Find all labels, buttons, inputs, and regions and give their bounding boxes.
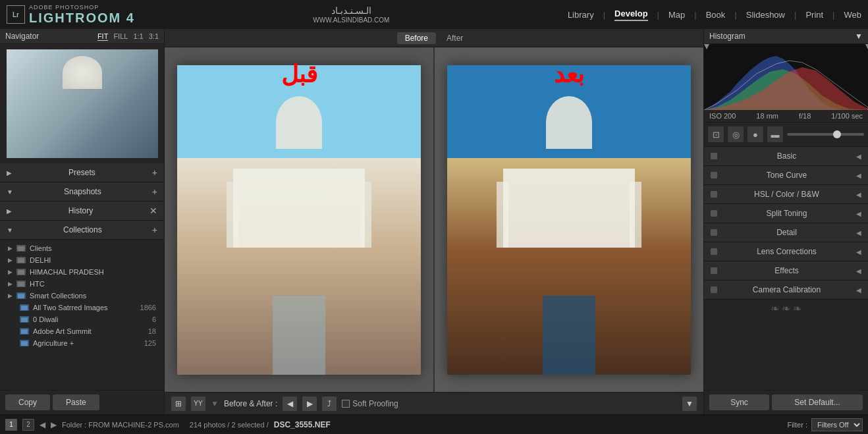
left-bottom: Copy Paste (0, 390, 164, 414)
yy-btn[interactable]: YY (191, 396, 205, 411)
lens-header[interactable]: Lens Corrections ◀ (704, 242, 868, 261)
nav-print[interactable]: Print (805, 10, 823, 20)
camera-cal-header[interactable]: Camera Calibration ◀ (704, 281, 868, 299)
exposure-slider[interactable] (787, 133, 864, 136)
section-dot (711, 191, 717, 198)
tone-curve-header[interactable]: Tone Curve ◀ (704, 166, 868, 184)
folder-icon (16, 257, 26, 263)
filter-select[interactable]: Filters Off (811, 418, 863, 431)
coll-label: Clients (30, 244, 156, 252)
page-1-btn[interactable]: 1 (5, 419, 17, 431)
copy-settings-btn[interactable]: ⤴ (322, 396, 337, 411)
top-center: الـسـنـدبـاد WWW.ALSINDIBAD.COM (135, 5, 568, 24)
smart-item-icon (20, 304, 29, 311)
nav-develop[interactable]: Develop (614, 9, 648, 21)
list-item[interactable]: ▶ DELHI (0, 254, 164, 266)
list-item[interactable]: ▶ Clients (0, 242, 164, 254)
soft-proof-checkbox[interactable] (342, 400, 350, 408)
basic-header[interactable]: Basic ◀ (704, 147, 868, 165)
section-detail: Detail ◀ (704, 223, 868, 242)
list-item[interactable]: All Two Satrred Images 1866 (0, 302, 164, 313)
presets-toggle: ▶ (7, 169, 12, 176)
nav-fill[interactable]: FILL (113, 32, 128, 41)
navigator-preview (7, 49, 158, 158)
hsl-header[interactable]: HSL / Color / B&W ◀ (704, 185, 868, 203)
list-item[interactable]: ▶ Smart Collections (0, 290, 164, 302)
logo-area: Lr ADOBE PHOTOSHOP LIGHTROOM 4 (7, 4, 135, 26)
histogram-expand[interactable]: ▼ (855, 32, 863, 41)
main-layout: Navigator FIT FILL 1:1 3:1 ▶ Presets + ▼ (0, 29, 868, 414)
snapshots-add[interactable]: + (152, 186, 157, 197)
prev-arrow[interactable]: ◀ (40, 420, 45, 429)
nav-book[interactable]: Book (706, 10, 726, 20)
nav-web[interactable]: Web (844, 10, 862, 20)
image-tools: ⊡ ◎ ● ▬ (704, 122, 868, 147)
coll-arrow: ▶ (8, 245, 13, 252)
bottom-toolbar: ⊞ YY ▼ Before & After : ◀ ▶ ⤴ Soft Proof… (165, 392, 703, 414)
presets-add[interactable]: + (152, 167, 157, 178)
tab-after[interactable]: After (439, 32, 471, 44)
watermark-url: WWW.ALSINDIBAD.COM (313, 16, 389, 24)
lens-arrow: ◀ (856, 248, 861, 256)
list-item[interactable]: Adobe Art Summit 18 (0, 325, 164, 337)
filmstrip-toggle[interactable]: ▼ (682, 396, 697, 411)
collections-content: ▶ Clients ▶ DELHI ▶ HIMACHAL PRADESH ▶ (0, 240, 164, 352)
section-effects: Effects ◀ (704, 261, 868, 281)
preview-dome (63, 56, 102, 89)
page-2-btn[interactable]: 2 (22, 419, 34, 431)
detail-arrow: ◀ (856, 229, 861, 236)
nav-library[interactable]: Library (568, 10, 594, 20)
hsl-arrow: ◀ (856, 191, 861, 198)
split-toning-header[interactable]: Split Toning ◀ (704, 204, 868, 223)
detail-header[interactable]: Detail ◀ (704, 223, 868, 242)
crop-tool[interactable]: ⊡ (708, 126, 724, 142)
effects-header[interactable]: Effects ◀ (704, 261, 868, 280)
nav-map[interactable]: Map (668, 10, 685, 20)
left-sections: ▶ Presets + ▼ Snapshots + ▶ History ✕ ▼ … (0, 163, 164, 390)
section-dot (711, 210, 717, 217)
before-label-ar: قبل (281, 61, 317, 88)
nav-slideshow[interactable]: Slideshow (746, 10, 785, 20)
nav-sep-5: | (794, 10, 796, 20)
tone-curve-label: Tone Curve (767, 171, 807, 180)
copy-button[interactable]: Copy (5, 394, 50, 410)
dome-before (276, 96, 322, 149)
section-dot (711, 267, 717, 274)
folder-icon (16, 245, 26, 252)
redeye-tool[interactable]: ● (747, 126, 763, 142)
history-close[interactable]: ✕ (149, 205, 157, 216)
paste-button[interactable]: Paste (53, 394, 99, 410)
list-item[interactable]: ▶ HIMACHAL PRADESH (0, 266, 164, 278)
gradient-tool[interactable]: ▬ (767, 126, 783, 142)
list-item[interactable]: Agriculture + 125 (0, 337, 164, 349)
heal-tool[interactable]: ◎ (728, 126, 744, 142)
tab-before[interactable]: Before (397, 32, 436, 44)
nav-fit[interactable]: FIT (97, 32, 109, 41)
next-arrow[interactable]: ▶ (51, 420, 57, 429)
swap-left-btn[interactable]: ◀ (283, 396, 297, 411)
sync-button[interactable]: Sync (709, 394, 769, 410)
navigator-header[interactable]: Navigator FIT FILL 1:1 3:1 (0, 29, 164, 44)
iso-info: ISO 200 (709, 112, 736, 120)
history-section-header[interactable]: ▶ History ✕ (0, 202, 164, 221)
taj-before (233, 142, 365, 248)
nav-3-1[interactable]: 3:1 (149, 32, 159, 41)
collections-add[interactable]: + (152, 225, 157, 235)
app-brand-large: LIGHTROOM 4 (29, 11, 135, 26)
list-item[interactable]: ▶ HTC (0, 278, 164, 290)
nav-1-1[interactable]: 1:1 (133, 32, 143, 41)
snapshots-section-header[interactable]: ▼ Snapshots + (0, 182, 164, 202)
collections-title: Collections (63, 225, 102, 234)
grid-view-btn[interactable]: ⊞ (171, 396, 186, 411)
list-item[interactable]: 0 Diwali 6 (0, 313, 164, 325)
swap-right-btn[interactable]: ▶ (302, 396, 317, 411)
coll-label: All Two Satrred Images (33, 304, 136, 312)
after-photo (447, 65, 691, 375)
presets-section-header[interactable]: ▶ Presets + (0, 163, 164, 182)
collections-section-header[interactable]: ▼ Collections + (0, 221, 164, 240)
nav-sep-1: | (603, 10, 605, 20)
right-panel: Histogram ▼ ISO 200 18 mm (703, 29, 868, 414)
set-defaults-button[interactable]: Set Default... (772, 394, 863, 410)
right-bottom: Sync Set Default... (704, 390, 868, 414)
dome-after (546, 96, 592, 149)
